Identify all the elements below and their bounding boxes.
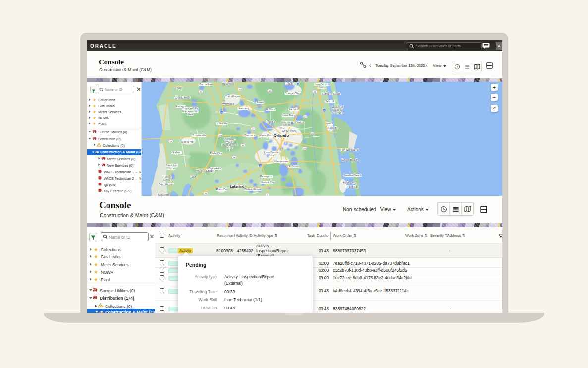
svg-text:Bethune Beach: Bethune Beach	[322, 92, 341, 95]
svg-text:Winter Haven: Winter Haven	[244, 188, 261, 191]
svg-text:Satellite Beach: Satellite Beach	[343, 174, 362, 177]
svg-text:Mims: Mims	[326, 122, 333, 125]
svg-text:Haines City: Haines City	[261, 181, 274, 184]
svg-text:Dunedin: Dunedin	[158, 193, 168, 196]
svg-text:33: 33	[242, 144, 244, 147]
svg-text:Oviedo: Oviedo	[295, 121, 304, 123]
svg-text:Melbourne: Melbourne	[343, 181, 356, 184]
svg-text:Beach: Beach	[319, 86, 326, 89]
svg-text:Orlando: Orlando	[273, 133, 289, 138]
svg-text:441: 441	[280, 126, 284, 129]
svg-text:Clermont: Clermont	[244, 134, 255, 137]
svg-text:Sanford: Sanford	[289, 108, 298, 111]
svg-text:Kissimmee: Kissimmee	[274, 160, 288, 163]
svg-text:Palm Bay: Palm Bay	[347, 185, 359, 188]
svg-text:Orange City: Orange City	[285, 92, 300, 95]
svg-text:Crystal River: Crystal River	[175, 96, 191, 99]
svg-text:27: 27	[252, 128, 255, 130]
svg-text:528: 528	[311, 133, 315, 135]
svg-text:Richey: Richey	[168, 167, 176, 170]
svg-text:Lake Mary: Lake Mary	[282, 114, 295, 117]
svg-text:Dade City: Dade City	[210, 152, 222, 155]
svg-text:Inglis: Inglis	[176, 86, 183, 89]
svg-text:417: 417	[304, 116, 308, 118]
svg-text:Brooksville: Brooksville	[193, 134, 206, 137]
svg-text:39: 39	[205, 192, 207, 195]
svg-text:41: 41	[200, 91, 202, 93]
svg-text:Wesley Chapel: Wesley Chapel	[196, 169, 214, 172]
svg-text:St Cloud: St Cloud	[288, 165, 299, 168]
svg-text:Port Canaveral: Port Canaveral	[340, 148, 359, 151]
svg-text:Dunnellon: Dunnellon	[199, 83, 212, 86]
svg-text:Davenport: Davenport	[260, 175, 272, 178]
svg-text:Springs: Springs	[283, 123, 292, 126]
svg-text:Belleview: Belleview	[222, 82, 234, 85]
svg-text:98: 98	[233, 156, 236, 159]
svg-text:44: 44	[269, 90, 271, 92]
svg-text:Vista: Vista	[268, 154, 275, 157]
svg-text:Titusville: Titusville	[327, 126, 338, 129]
svg-text:The Villages: The Villages	[225, 95, 240, 98]
svg-text:Wildwood: Wildwood	[222, 102, 234, 105]
svg-text:Winter Park: Winter Park	[282, 129, 296, 132]
svg-text:Palm Harbor: Palm Harbor	[159, 183, 174, 185]
svg-text:Lakeland: Lakeland	[230, 185, 244, 188]
svg-text:Spring Hill: Spring Hill	[181, 140, 193, 143]
svg-text:Area: Area	[227, 146, 233, 149]
svg-text:19: 19	[170, 140, 172, 143]
svg-text:DeLand: DeLand	[285, 82, 295, 85]
svg-text:Eustis: Eustis	[256, 101, 264, 104]
svg-text:75: 75	[221, 112, 223, 114]
svg-text:Plant City: Plant City	[216, 188, 228, 191]
svg-text:17: 17	[267, 194, 269, 196]
svg-text:44: 44	[314, 91, 316, 93]
svg-text:Leesburg: Leesburg	[238, 107, 249, 110]
svg-text:Bushnell: Bushnell	[217, 122, 227, 125]
svg-text:471: 471	[219, 134, 223, 137]
svg-text:Hudson: Hudson	[172, 151, 181, 154]
svg-text:Seashore: Seashore	[331, 111, 343, 114]
svg-text:520: 520	[303, 147, 307, 150]
svg-text:301: 301	[239, 88, 243, 91]
svg-text:Mt Dora: Mt Dora	[266, 108, 276, 111]
svg-text:95: 95	[323, 110, 326, 112]
svg-text:Apopka: Apopka	[266, 120, 276, 123]
svg-text:Cocoa Beach: Cocoa Beach	[341, 158, 358, 161]
svg-text:Area: Area	[187, 113, 194, 116]
svg-text:Oak Hill: Oak Hill	[325, 100, 334, 103]
svg-text:Lutz: Lutz	[191, 175, 196, 178]
svg-text:Springs: Springs	[163, 178, 172, 181]
